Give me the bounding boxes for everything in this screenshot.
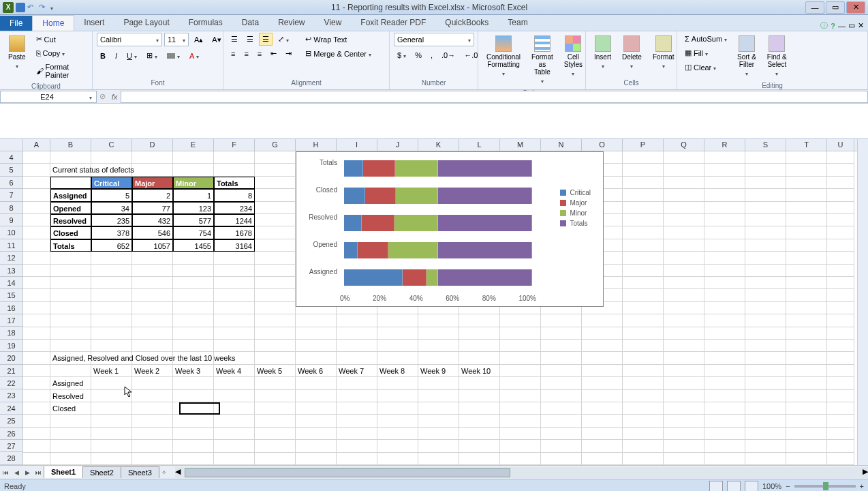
column-header[interactable]: C xyxy=(91,139,132,151)
align-middle-icon[interactable]: ☰ xyxy=(243,33,257,46)
row-header[interactable]: 14 xyxy=(0,277,22,289)
tab-team[interactable]: Team xyxy=(498,15,537,31)
row-header[interactable]: 23 xyxy=(0,389,22,402)
row-header[interactable]: 8 xyxy=(0,202,22,214)
row-header[interactable]: 4 xyxy=(0,151,22,164)
column-header[interactable]: H xyxy=(296,139,337,151)
cell-C9[interactable]: 235 xyxy=(91,214,132,226)
cell-G21[interactable]: Week 5 xyxy=(255,365,296,377)
format-as-table-button[interactable]: Format as Table xyxy=(527,33,557,88)
italic-button[interactable]: I xyxy=(112,49,121,62)
column-header[interactable]: F xyxy=(214,139,255,151)
decrease-indent-icon[interactable]: ⇤ xyxy=(267,47,280,60)
minimize-ribbon-icon[interactable]: ⓘ xyxy=(820,20,828,31)
row-header[interactable]: 28 xyxy=(0,452,22,464)
new-sheet-button[interactable]: ✧ xyxy=(159,467,170,478)
row-header[interactable]: 26 xyxy=(0,428,22,440)
cell-B8[interactable]: Opened xyxy=(50,202,91,214)
cell-F21[interactable]: Week 4 xyxy=(214,365,255,377)
tab-quickbooks[interactable]: QuickBooks xyxy=(435,15,498,31)
row-header[interactable]: 12 xyxy=(0,252,22,264)
comma-icon[interactable]: , xyxy=(427,49,436,61)
clear-button[interactable]: ◫Clear xyxy=(681,61,730,74)
align-bottom-icon[interactable]: ☰ xyxy=(259,33,273,46)
column-header[interactable]: K xyxy=(418,139,459,151)
column-header[interactable]: N xyxy=(541,139,582,151)
column-header[interactable]: D xyxy=(132,139,173,151)
column-header[interactable]: M xyxy=(500,139,541,151)
row-header[interactable]: 22 xyxy=(0,377,22,389)
row-header[interactable]: 27 xyxy=(0,440,22,452)
row-header[interactable]: 21 xyxy=(0,365,22,377)
select-all-button[interactable] xyxy=(0,139,23,151)
decrease-font-icon[interactable]: A▾ xyxy=(208,33,224,46)
cell-E9[interactable]: 577 xyxy=(173,214,214,226)
font-name-combo[interactable]: Calibri xyxy=(97,33,162,46)
close-button[interactable]: ✕ xyxy=(846,1,865,14)
cell-D9[interactable]: 432 xyxy=(132,214,173,226)
fx-icon[interactable]: fx xyxy=(108,93,121,101)
row-header[interactable]: 15 xyxy=(0,289,22,301)
align-top-icon[interactable]: ☰ xyxy=(228,33,241,46)
save-icon[interactable] xyxy=(16,3,25,12)
cell-C7[interactable]: 5 xyxy=(91,189,132,201)
cell-D10[interactable]: 546 xyxy=(132,226,173,239)
cell-B6[interactable] xyxy=(50,177,91,189)
cell-L21[interactable]: Week 10 xyxy=(459,365,500,377)
cell-styles-button[interactable]: Cell Styles xyxy=(560,33,587,80)
cell-F11[interactable]: 3164 xyxy=(214,239,255,252)
row-header[interactable]: 10 xyxy=(0,226,22,239)
cell-D6[interactable]: Major xyxy=(132,177,173,189)
tab-formulas[interactable]: Formulas xyxy=(179,15,232,31)
cell-E6[interactable]: Minor xyxy=(173,177,214,189)
prev-sheet-button[interactable]: ◀ xyxy=(11,467,22,478)
normal-view-button[interactable] xyxy=(709,481,723,492)
column-header[interactable]: J xyxy=(377,139,418,151)
cell-B5[interactable]: Current status of defects xyxy=(50,164,214,176)
column-header[interactable]: I xyxy=(337,139,377,151)
zoom-thumb[interactable] xyxy=(823,482,828,490)
cell-E21[interactable]: Week 3 xyxy=(173,365,214,377)
row-header[interactable]: 19 xyxy=(0,340,22,352)
currency-icon[interactable]: $ xyxy=(394,49,409,61)
format-painter-button[interactable]: 🖌Format Painter xyxy=(33,61,88,81)
sheet-tab-sheet1[interactable]: Sheet1 xyxy=(44,466,83,478)
orientation-icon[interactable]: ⤢ xyxy=(275,33,292,46)
row-header[interactable]: 9 xyxy=(0,214,22,226)
column-header[interactable]: B xyxy=(50,139,91,151)
column-header[interactable]: P xyxy=(623,139,664,151)
name-box[interactable]: E24 xyxy=(0,91,97,103)
cell-F6[interactable]: Totals xyxy=(214,177,255,189)
ribbon-close-icon[interactable]: ✕ xyxy=(858,21,864,30)
column-header[interactable]: G xyxy=(255,139,296,151)
row-header[interactable]: 6 xyxy=(0,177,22,189)
cell-D7[interactable]: 2 xyxy=(132,189,173,201)
cell-B23[interactable]: Resolved xyxy=(50,390,91,402)
cell-E10[interactable]: 754 xyxy=(173,226,214,239)
column-header[interactable]: R xyxy=(704,139,745,151)
cell-F8[interactable]: 234 xyxy=(214,202,255,214)
cell-F7[interactable]: 8 xyxy=(214,189,255,201)
bold-button[interactable]: B xyxy=(97,49,109,62)
maximize-button[interactable]: ▭ xyxy=(826,1,845,14)
row-header[interactable]: 11 xyxy=(0,239,22,252)
row-header[interactable]: 24 xyxy=(0,402,22,415)
paste-dropdown-icon[interactable] xyxy=(16,62,18,70)
undo-icon[interactable]: ↶ xyxy=(27,3,37,12)
horizontal-scrollbar[interactable]: ◀ ▶ xyxy=(175,467,868,478)
cancel-formula-icon[interactable]: ⊘ xyxy=(97,92,108,101)
cell-B24[interactable]: Closed xyxy=(50,402,91,415)
border-button[interactable]: ⊞ xyxy=(143,49,161,62)
fill-button[interactable]: ▦Fill xyxy=(681,46,730,59)
cell-E11[interactable]: 1455 xyxy=(173,239,214,252)
align-left-icon[interactable]: ≡ xyxy=(228,47,238,60)
tab-insert[interactable]: Insert xyxy=(74,15,114,31)
row-header[interactable]: 5 xyxy=(0,164,22,176)
cell-H21[interactable]: Week 6 xyxy=(296,365,337,377)
formula-input[interactable] xyxy=(121,91,868,103)
number-format-combo[interactable]: General xyxy=(394,33,474,46)
cell-B11[interactable]: Totals xyxy=(50,239,91,252)
cut-button[interactable]: ✂Cut xyxy=(33,33,88,46)
autosum-button[interactable]: ΣAutoSum xyxy=(681,33,730,45)
format-cells-button[interactable]: Format xyxy=(649,33,679,73)
